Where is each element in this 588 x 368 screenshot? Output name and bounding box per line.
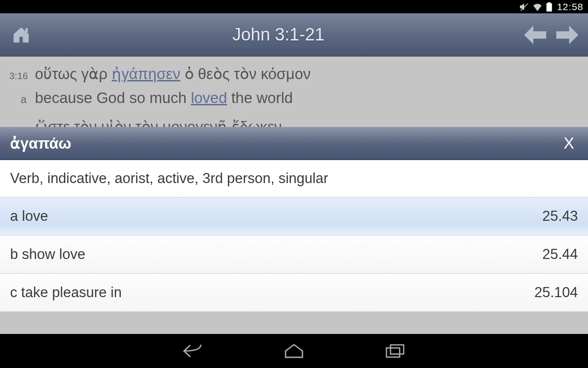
battery-icon xyxy=(546,2,552,12)
lexicon-header: ἀγαπάω X xyxy=(0,127,588,160)
parsing-info: Verb, indicative, aorist, active, 3rd pe… xyxy=(0,160,588,197)
clock-time: 12:58 xyxy=(557,1,583,12)
svg-rect-5 xyxy=(390,345,404,354)
home-button[interactable] xyxy=(9,23,33,47)
back-icon xyxy=(182,343,204,359)
home-icon xyxy=(11,25,32,45)
home-nav-button[interactable] xyxy=(283,342,305,360)
next-button[interactable] xyxy=(556,23,579,46)
close-button[interactable]: X xyxy=(560,134,578,152)
definition-reference: 25.104 xyxy=(534,284,578,301)
nav-arrow-group xyxy=(524,23,579,46)
content-area: 3:16 οὕτως γὰρ ἠγάπησεν ὁ θεὸς τὸν κόσμο… xyxy=(0,57,588,334)
back-button[interactable] xyxy=(181,342,204,360)
mute-icon xyxy=(520,2,529,12)
svg-rect-2 xyxy=(547,3,552,12)
definition-label: c take pleasure in xyxy=(10,284,122,301)
definition-reference: 25.44 xyxy=(542,246,578,263)
arrow-left-icon xyxy=(524,26,546,44)
android-nav-bar xyxy=(0,334,588,368)
definition-item[interactable]: c take pleasure in 25.104 xyxy=(0,274,588,312)
arrow-right-icon xyxy=(556,26,578,44)
lexicon-panel: ἀγαπάω X Verb, indicative, aorist, activ… xyxy=(0,127,588,312)
previous-button[interactable] xyxy=(524,23,547,46)
definition-item[interactable]: b show love 25.44 xyxy=(0,236,588,274)
definition-item[interactable]: a love 25.43 xyxy=(0,197,588,236)
recent-apps-icon xyxy=(385,344,405,358)
wifi-icon xyxy=(532,3,543,11)
svg-rect-4 xyxy=(386,348,400,357)
definition-label: b show love xyxy=(10,246,85,263)
android-status-bar: 12:58 xyxy=(0,0,588,13)
svg-rect-3 xyxy=(25,28,28,32)
app-header: John 3:1-21 xyxy=(0,13,588,57)
home-nav-icon xyxy=(283,343,305,359)
recent-apps-button[interactable] xyxy=(384,342,407,360)
svg-rect-1 xyxy=(548,2,551,3)
page-title: John 3:1-21 xyxy=(33,25,524,45)
lexicon-word: ἀγαπάω xyxy=(10,134,71,152)
definition-label: a love xyxy=(10,208,48,224)
definition-reference: 25.43 xyxy=(542,208,578,224)
